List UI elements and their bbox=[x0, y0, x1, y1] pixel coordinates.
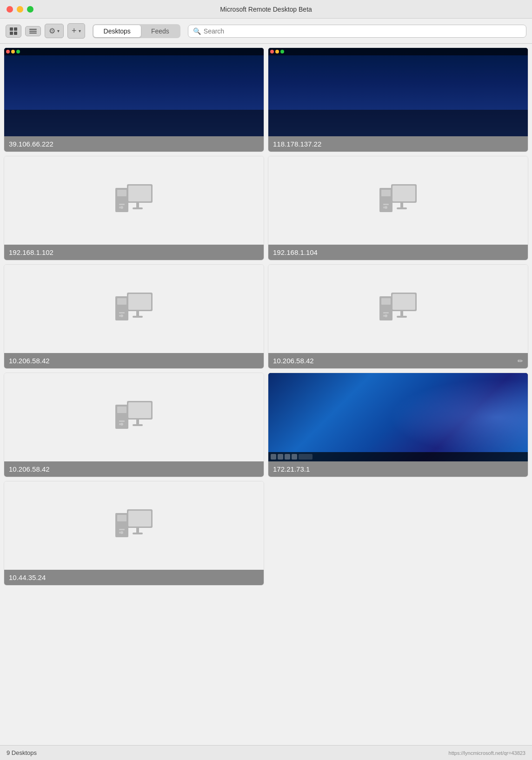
svg-rect-10 bbox=[381, 190, 391, 196]
card-label: 39.106.66.222 bbox=[4, 136, 264, 152]
svg-rect-15 bbox=[392, 186, 415, 201]
card-preview bbox=[268, 265, 528, 353]
svg-rect-53 bbox=[133, 533, 143, 534]
desktop-card[interactable]: 192.168.1.104 bbox=[268, 156, 528, 260]
grid-view-button[interactable] bbox=[6, 25, 21, 38]
computer-icon bbox=[113, 505, 155, 547]
card-preview bbox=[268, 156, 528, 245]
svg-rect-25 bbox=[136, 311, 139, 316]
add-button[interactable]: + ▾ bbox=[67, 23, 85, 39]
svg-rect-13 bbox=[383, 207, 385, 208]
svg-rect-19 bbox=[117, 298, 126, 305]
desktop-card[interactable]: 10.206.58.42 bbox=[4, 373, 264, 477]
desktop-card[interactable]: 118.178.137.22 bbox=[268, 47, 528, 152]
svg-rect-17 bbox=[397, 207, 407, 209]
card-preview bbox=[4, 373, 264, 461]
card-preview bbox=[4, 481, 264, 570]
card-ip: 10.44.35.24 bbox=[9, 573, 46, 581]
card-ip: 10.206.58.42 bbox=[9, 465, 50, 473]
svg-rect-30 bbox=[383, 312, 389, 313]
svg-rect-44 bbox=[133, 424, 143, 426]
svg-rect-1 bbox=[117, 190, 126, 196]
desktop-card[interactable]: 10.44.35.24 bbox=[4, 481, 264, 586]
card-label: 10.206.58.42 bbox=[4, 461, 264, 477]
svg-rect-34 bbox=[400, 311, 403, 316]
desktop-card[interactable]: 39.106.66.222 bbox=[4, 47, 264, 152]
search-input[interactable] bbox=[204, 27, 521, 35]
gear-icon: ⚙ bbox=[49, 27, 55, 35]
card-ip: 10.206.58.42 bbox=[273, 357, 314, 365]
card-label: 192.168.1.102 bbox=[4, 245, 264, 260]
list-view-button[interactable] bbox=[25, 26, 41, 36]
svg-rect-51 bbox=[128, 511, 151, 527]
svg-rect-48 bbox=[119, 529, 125, 530]
svg-rect-4 bbox=[119, 207, 121, 208]
edit-icon[interactable]: ✏ bbox=[518, 357, 523, 365]
svg-rect-40 bbox=[119, 423, 121, 425]
svg-rect-42 bbox=[128, 402, 151, 418]
svg-rect-43 bbox=[136, 420, 139, 424]
screenshot-preview bbox=[4, 48, 264, 136]
svg-rect-35 bbox=[397, 316, 407, 318]
toolbar: ⚙ ▾ + ▾ Desktops Feeds 🔍 bbox=[0, 19, 532, 44]
desktop-card[interactable]: 10.206.58.42 ✏ bbox=[268, 264, 528, 369]
svg-rect-31 bbox=[383, 315, 385, 317]
desktop-card[interactable]: 192.168.1.102 bbox=[4, 156, 264, 260]
card-ip: 172.21.73.1 bbox=[273, 465, 310, 473]
desktop-card[interactable]: 10.206.58.42 bbox=[4, 264, 264, 369]
minimize-button[interactable] bbox=[17, 6, 23, 13]
main-content[interactable]: 39.106.66.222 118.178.137.22 192.168.1.1… bbox=[0, 44, 532, 745]
card-label: 192.168.1.104 bbox=[268, 245, 528, 260]
card-preview bbox=[4, 156, 264, 245]
desktop-grid: 39.106.66.222 118.178.137.22 192.168.1.1… bbox=[4, 47, 528, 586]
card-label: 10.44.35.24 bbox=[4, 570, 264, 585]
svg-rect-6 bbox=[128, 186, 151, 201]
card-label: 10.206.58.42 ✏ bbox=[268, 353, 528, 368]
svg-rect-12 bbox=[383, 204, 389, 205]
tab-desktops[interactable]: Desktops bbox=[93, 25, 141, 37]
close-button[interactable] bbox=[7, 6, 13, 13]
computer-icon bbox=[377, 288, 419, 330]
desktop-card[interactable]: 172.21.73.1 bbox=[268, 373, 528, 477]
screenshot-preview bbox=[268, 48, 528, 136]
card-ip: 192.168.1.104 bbox=[273, 248, 318, 256]
svg-rect-8 bbox=[133, 207, 143, 209]
computer-icon bbox=[113, 288, 155, 330]
status-bar: 9 Desktops https://lyncmicrosoft.net/qr=… bbox=[0, 745, 532, 760]
svg-rect-7 bbox=[136, 203, 139, 207]
tab-group: Desktops Feeds bbox=[93, 24, 180, 38]
desktop-count: 9 Desktops bbox=[7, 749, 37, 756]
screenshot-preview bbox=[268, 373, 528, 461]
computer-icon bbox=[113, 396, 155, 438]
svg-rect-24 bbox=[128, 294, 151, 310]
search-box[interactable]: 🔍 bbox=[188, 25, 526, 38]
card-preview bbox=[268, 48, 528, 136]
tab-feeds[interactable]: Feeds bbox=[141, 25, 180, 37]
card-label: 118.178.137.22 bbox=[268, 136, 528, 152]
svg-rect-21 bbox=[119, 312, 125, 313]
card-label: 10.206.58.42 bbox=[4, 353, 264, 368]
title-bar: Microsoft Remote Desktop Beta bbox=[0, 0, 532, 19]
card-ip: 39.106.66.222 bbox=[9, 140, 53, 148]
computer-icon bbox=[113, 180, 155, 221]
card-preview bbox=[4, 48, 264, 136]
maximize-button[interactable] bbox=[27, 6, 33, 13]
svg-rect-3 bbox=[119, 204, 125, 205]
window-title: Microsoft Remote Desktop Beta bbox=[220, 6, 312, 13]
computer-icon bbox=[377, 180, 419, 221]
grid-icon bbox=[10, 27, 17, 35]
svg-rect-33 bbox=[392, 294, 415, 310]
chevron-down-icon-add: ▾ bbox=[79, 28, 81, 33]
svg-rect-22 bbox=[119, 315, 121, 317]
settings-button[interactable]: ⚙ ▾ bbox=[45, 24, 64, 38]
card-preview bbox=[4, 265, 264, 353]
card-label: 172.21.73.1 bbox=[268, 461, 528, 477]
svg-rect-28 bbox=[381, 298, 391, 305]
search-icon: 🔍 bbox=[193, 27, 201, 35]
svg-rect-52 bbox=[136, 528, 139, 533]
svg-rect-16 bbox=[400, 203, 403, 207]
svg-rect-39 bbox=[119, 420, 125, 422]
card-preview bbox=[268, 373, 528, 461]
svg-rect-49 bbox=[119, 532, 121, 533]
window-controls[interactable] bbox=[7, 6, 33, 13]
